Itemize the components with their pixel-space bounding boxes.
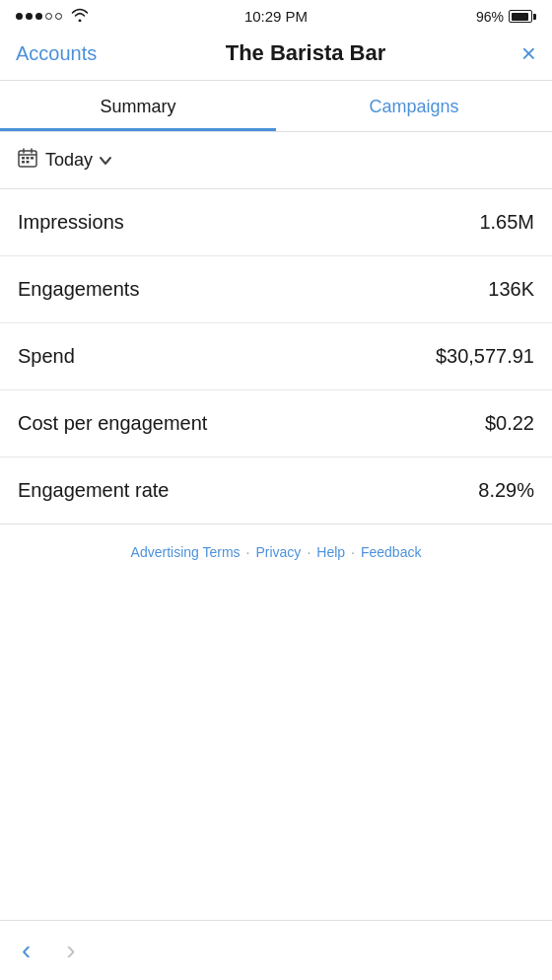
close-button[interactable]: × (507, 40, 536, 66)
svg-rect-6 (31, 157, 34, 160)
engagement-rate-label: Engagement rate (18, 479, 169, 502)
advertising-terms-link[interactable]: Advertising Terms (131, 544, 241, 560)
metric-engagement-rate: Engagement rate 8.29% (0, 457, 552, 524)
status-bar: 10:29 PM 96% (0, 0, 552, 31)
signal-dot-1 (16, 13, 23, 20)
engagements-label: Engagements (18, 278, 139, 301)
svg-rect-7 (22, 161, 25, 164)
signal-dot-5 (55, 13, 62, 20)
engagement-rate-value: 8.29% (478, 479, 534, 502)
svg-rect-8 (27, 161, 30, 164)
date-filter[interactable]: Today (0, 132, 552, 189)
signal-dot-4 (45, 13, 52, 20)
bottom-nav: ‹ › (0, 920, 552, 980)
date-label: Today (45, 150, 93, 171)
cost-per-engagement-label: Cost per engagement (18, 412, 207, 435)
battery-percentage: 96% (476, 9, 504, 25)
impressions-value: 1.65M (479, 211, 534, 234)
signal-dot-3 (35, 13, 42, 20)
metric-engagements: Engagements 136K (0, 256, 552, 323)
battery-area: 96% (476, 9, 536, 25)
back-button[interactable]: ‹ (22, 935, 31, 966)
metric-impressions: Impressions 1.65M (0, 189, 552, 256)
engagements-value: 136K (488, 278, 534, 301)
feedback-link[interactable]: Feedback (361, 544, 421, 560)
signal-area (16, 8, 89, 25)
metric-spend: Spend $30,577.91 (0, 323, 552, 390)
footer-links: Advertising Terms · Privacy · Help · Fee… (0, 525, 552, 580)
cost-per-engagement-value: $0.22 (485, 412, 534, 435)
battery-icon (509, 10, 536, 23)
signal-dot-2 (26, 13, 33, 20)
header: Accounts The Barista Bar × (0, 31, 552, 81)
status-time: 10:29 PM (244, 8, 308, 25)
spend-value: $30,577.91 (436, 345, 534, 368)
signal-strength (16, 13, 62, 20)
wifi-icon (71, 8, 89, 25)
footer-separator-2: · (307, 544, 310, 560)
tab-campaigns[interactable]: Campaigns (276, 81, 552, 131)
chevron-down-icon (99, 153, 112, 169)
svg-rect-4 (22, 157, 25, 160)
page-title: The Barista Bar (104, 40, 507, 66)
metric-cost-per-engagement: Cost per engagement $0.22 (0, 390, 552, 457)
metrics-list: Impressions 1.65M Engagements 136K Spend… (0, 189, 552, 525)
tab-summary[interactable]: Summary (0, 81, 276, 131)
calendar-icon (18, 148, 37, 173)
privacy-link[interactable]: Privacy (255, 544, 301, 560)
help-link[interactable]: Help (316, 544, 345, 560)
forward-button[interactable]: › (66, 935, 75, 966)
tab-bar: Summary Campaigns (0, 81, 552, 132)
svg-rect-5 (27, 157, 30, 160)
footer-separator-1: · (246, 544, 250, 560)
footer-separator-3: · (351, 544, 355, 560)
impressions-label: Impressions (18, 211, 124, 234)
spend-label: Spend (18, 345, 75, 368)
accounts-link[interactable]: Accounts (16, 42, 104, 65)
